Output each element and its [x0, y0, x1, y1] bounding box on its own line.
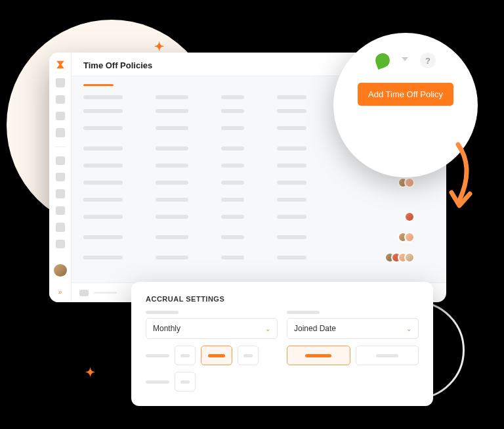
nav-people-icon[interactable] — [56, 156, 65, 165]
nav-tag-icon[interactable] — [56, 223, 65, 231]
assignee-avatars — [385, 252, 415, 263]
table-row[interactable] — [83, 198, 434, 202]
chevron-down-icon: ⌄ — [265, 325, 270, 332]
accrual-basis-select[interactable]: Joined Date ⌄ — [287, 318, 419, 339]
nav-clock-icon[interactable] — [56, 95, 65, 104]
option-chip-selected[interactable] — [201, 346, 232, 365]
help-icon[interactable]: ? — [420, 53, 436, 68]
nav-share-icon[interactable] — [56, 240, 65, 248]
logo-icon — [54, 59, 66, 70]
divider — [54, 147, 66, 147]
status-icon[interactable] — [79, 290, 89, 296]
accrual-settings-card: ACCRUAL SETTINGS Monthly ⌄ Joined Date ⌄ — [131, 282, 433, 406]
option-chip[interactable] — [175, 346, 196, 365]
field-label-placeholder — [146, 311, 178, 314]
accrual-heading: ACCRUAL SETTINGS — [146, 295, 419, 303]
table-row[interactable] — [83, 252, 434, 263]
table-row[interactable] — [83, 177, 434, 188]
option-label-placeholder — [146, 380, 169, 384]
assignee-avatars — [404, 212, 415, 222]
chevron-down-icon: ⌄ — [406, 325, 411, 332]
avatar[interactable] — [54, 264, 67, 277]
nav-teams-icon[interactable] — [56, 173, 65, 181]
chevron-down-icon[interactable] — [402, 57, 408, 64]
assignee-avatars — [398, 177, 415, 188]
add-time-off-policy-button[interactable]: Add Time Off Policy — [358, 83, 453, 106]
accrual-frequency-select[interactable]: Monthly ⌄ — [146, 318, 278, 339]
select-value: Joined Date — [294, 324, 336, 333]
option-label-placeholder — [146, 354, 169, 357]
decorative-plus-icon: ✦ — [154, 39, 164, 54]
active-tab-indicator[interactable] — [83, 84, 114, 86]
option-chip[interactable] — [356, 346, 419, 365]
table-row[interactable] — [83, 232, 434, 242]
expand-sidebar-icon[interactable]: » — [58, 288, 62, 296]
nav-clipboard-icon[interactable] — [56, 112, 65, 120]
sidebar: » — [49, 53, 72, 302]
status-indicator-icon — [373, 51, 392, 70]
option-chip-selected[interactable] — [287, 346, 350, 365]
decorative-plus-icon: ✦ — [85, 365, 95, 380]
assignee-avatars — [398, 232, 415, 242]
option-chip[interactable] — [175, 372, 196, 392]
select-value: Monthly — [153, 324, 180, 333]
nav-shield-icon[interactable] — [56, 206, 65, 215]
nav-reports-icon[interactable] — [56, 128, 65, 137]
nav-briefcase-icon[interactable] — [56, 189, 65, 198]
field-label-placeholder — [287, 311, 320, 314]
table-row[interactable] — [83, 212, 434, 222]
scroll-track[interactable] — [94, 292, 117, 294]
option-chip[interactable] — [238, 346, 259, 365]
nav-dashboard-icon[interactable] — [56, 78, 65, 87]
arrow-icon — [438, 141, 478, 214]
